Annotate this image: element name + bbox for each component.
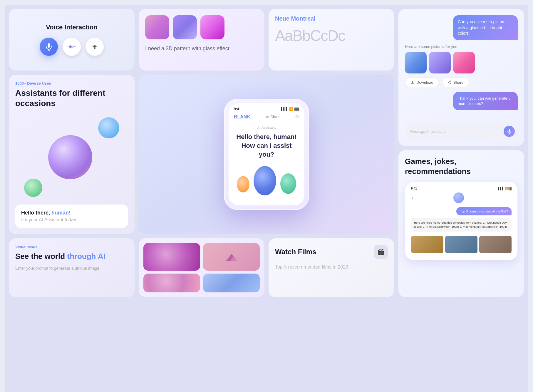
user-message-1: Can you give me a picture with a glass o… xyxy=(453,15,518,40)
games-card: Games, jokes, recommendations 9:41 ▌▌▌ 📶… xyxy=(398,150,524,297)
svg-point-7 xyxy=(450,81,451,82)
thumb-3 xyxy=(143,274,200,292)
voice-send-button[interactable] xyxy=(504,126,515,137)
phone-orb-teal xyxy=(280,173,296,194)
svg-point-14 xyxy=(234,253,237,256)
mini-movie-2 xyxy=(445,236,477,253)
phone-hello-text: Hello there, human!How can I assist you? xyxy=(234,133,299,159)
mic-icon xyxy=(45,43,53,51)
phone-status-icons: ▌▌▌ 📶 ▓▓ xyxy=(281,107,299,111)
mic-button[interactable] xyxy=(40,38,58,56)
visual-desc: Enter your prompt to generate a unique i… xyxy=(15,265,128,272)
games-title: Games, jokes, recommendations xyxy=(405,157,518,177)
voice-controls xyxy=(40,38,104,56)
phone-content: AI Assistant Hello there, human!How can … xyxy=(229,123,304,205)
pattern-images xyxy=(145,15,258,39)
wave-button[interactable] xyxy=(63,38,81,56)
svg-rect-6 xyxy=(75,46,76,47)
mini-phone: 9:41 ▌▌▌ 📶 ▓ ‹ Top 3 comedy movies of th… xyxy=(405,182,518,260)
visual-title: See the world through AI xyxy=(15,252,128,262)
svg-line-10 xyxy=(449,83,450,83)
ai-images-row xyxy=(405,52,518,73)
voice-title: Voice Interaction xyxy=(46,24,98,31)
signal-icon: ▌▌▌ xyxy=(281,107,288,111)
assistants-tag: 1000+ Diverse Uses xyxy=(15,81,128,86)
watch-films-card: Watch Films 🎬 Top-5 reccommended films i… xyxy=(269,238,394,297)
ai-img-1 xyxy=(405,52,427,73)
mini-user-bubble: Top 3 comedy movies of the 90s? xyxy=(456,207,512,215)
download-icon xyxy=(410,80,415,84)
svg-rect-0 xyxy=(68,46,68,47)
visual-tag: Visual Mode xyxy=(15,245,128,249)
mini-movies-row xyxy=(411,234,512,254)
download-label: Download xyxy=(416,80,433,85)
phone-mockup: 9:41 ▌▌▌ 📶 ▓▓ BLANK. Chats ⚙ xyxy=(224,99,309,210)
visual-mode-card: Visual Mode See the world through AI Ent… xyxy=(9,238,135,297)
orb-small-green xyxy=(24,179,42,197)
thumb-1 xyxy=(143,243,200,271)
up-arrow-icon xyxy=(91,43,98,50)
ai-actions: Download Share xyxy=(405,78,518,87)
assistants-title: Assistants for different occasions xyxy=(15,88,128,108)
svg-rect-4 xyxy=(73,46,73,48)
wave-icon xyxy=(68,44,76,49)
mini-statusbar: 9:41 ▌▌▌ 📶 ▓ xyxy=(409,186,514,191)
font-name: Neue Montreal xyxy=(275,15,388,22)
share-label: Share xyxy=(453,80,464,85)
thumbnails-card xyxy=(139,238,264,297)
pattern-img-1 xyxy=(145,15,169,39)
ai-img-3 xyxy=(453,52,475,73)
svg-rect-1 xyxy=(69,46,70,48)
svg-rect-3 xyxy=(71,46,72,48)
font-preview: AaBbCcDc xyxy=(275,27,388,44)
mini-time: 9:41 xyxy=(411,187,417,190)
voice-interaction-card: Voice Interaction xyxy=(9,9,135,71)
phone-orb-blue xyxy=(254,166,276,195)
phone-chats-label: Chats xyxy=(270,115,280,119)
mini-chat-area: Top 3 comedy movies of the 90s? Here are… xyxy=(409,205,514,256)
phone-chats-btn[interactable]: Chats xyxy=(266,115,280,119)
greeting-main: Hello there, human! xyxy=(21,210,122,216)
pattern-card: I need a 3D pattern with glass effect xyxy=(139,9,264,71)
svg-point-8 xyxy=(448,82,449,83)
chat-input-row: Message AI assistant xyxy=(405,123,518,140)
user-message-2: Thank you, can you generate 5 more pictu… xyxy=(453,92,518,110)
chats-dot xyxy=(266,116,269,118)
ai-chat-card: Can you give me a picture with a glass o… xyxy=(398,9,524,146)
ai-images-label: Here are some pictures for you xyxy=(405,44,518,49)
orbs-container xyxy=(15,114,128,200)
svg-rect-5 xyxy=(74,46,75,47)
mini-back-icon[interactable]: ‹ xyxy=(412,195,413,200)
assistants-card: 1000+ Diverse Uses Assistants for differ… xyxy=(9,75,135,234)
thumb-2 xyxy=(203,243,260,271)
font-card: Neue Montreal AaBbCcDc xyxy=(269,9,394,71)
orb-small-blue xyxy=(98,117,119,138)
settings-icon[interactable]: ⚙ xyxy=(295,114,299,120)
orb-large-purple xyxy=(48,135,92,179)
phone-showcase-card: 9:41 ▌▌▌ 📶 ▓▓ BLANK. Chats ⚙ xyxy=(139,75,394,234)
phone-orb-orange xyxy=(237,176,249,192)
svg-point-9 xyxy=(450,83,451,84)
mini-movie-1 xyxy=(411,236,443,253)
films-sub: Top-5 reccommended films in 2023 xyxy=(275,264,388,271)
battery-icon: ▓▓ xyxy=(294,107,299,111)
thumb-4 xyxy=(203,274,260,292)
films-icon: 🎬 xyxy=(374,245,388,259)
phone-statusbar: 9:41 ▌▌▌ 📶 ▓▓ xyxy=(229,103,304,113)
pattern-img-2 xyxy=(173,15,197,39)
phone-logo: BLANK. xyxy=(234,114,252,120)
wifi-icon: 📶 xyxy=(289,107,293,111)
phone-ai-label: AI Assistant xyxy=(234,125,299,130)
send-button[interactable] xyxy=(86,38,104,56)
mini-topbar: ‹ xyxy=(409,191,514,205)
mountain-icon xyxy=(226,252,237,261)
download-button[interactable]: Download xyxy=(405,78,439,87)
films-header: Watch Films 🎬 xyxy=(275,245,388,259)
svg-line-11 xyxy=(449,81,450,82)
mic-send-icon xyxy=(507,129,512,134)
mini-orb xyxy=(453,192,464,203)
share-button[interactable]: Share xyxy=(442,78,469,87)
mini-movie-3 xyxy=(479,236,512,253)
pattern-img-3 xyxy=(200,15,224,39)
mini-ai-bubble: Here are three highly regarded comedies … xyxy=(411,218,512,232)
